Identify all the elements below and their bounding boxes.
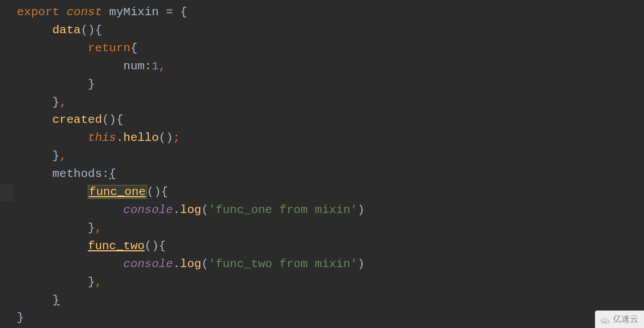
- cloud-icon: [600, 316, 611, 323]
- colon: :: [102, 167, 109, 180]
- code-line: methods:{: [17, 165, 644, 183]
- brace: {: [116, 113, 123, 126]
- brace: }: [88, 78, 95, 91]
- brace: }: [17, 311, 24, 324]
- dot: .: [173, 258, 180, 271]
- code-line: console.log('func_two from mixin'): [17, 255, 644, 273]
- indent: [17, 131, 88, 144]
- string-literal: 'func_two from mixin': [208, 258, 357, 271]
- parens: (): [102, 113, 116, 126]
- indent: [17, 185, 88, 198]
- method-name: created: [52, 113, 102, 126]
- comma: ,: [159, 60, 166, 73]
- code-line: console.log('func_one from mixin'): [17, 201, 644, 219]
- code-line: func_two(){: [17, 237, 644, 255]
- semicolon: ;: [173, 131, 180, 144]
- string-literal: 'func_one from mixin': [208, 203, 357, 216]
- comma: ,: [95, 221, 102, 234]
- indent: [17, 240, 88, 252]
- svg-point-0: [603, 321, 604, 322]
- code-line: },: [17, 94, 644, 112]
- brace: {: [180, 6, 187, 19]
- code-line: },: [17, 147, 644, 165]
- method-call: log: [180, 203, 202, 216]
- code-line: this.hello();: [17, 129, 644, 147]
- brace: }: [52, 96, 60, 109]
- code-line: }: [17, 76, 644, 94]
- watermark-badge: 亿速云: [595, 311, 644, 328]
- indent: [17, 203, 123, 216]
- brace: {: [95, 24, 102, 37]
- brace: }: [52, 149, 60, 162]
- indent: [17, 258, 123, 271]
- keyword-this: this: [88, 131, 116, 144]
- paren-close: ): [357, 203, 365, 216]
- brace: {: [161, 185, 168, 198]
- identifier: myMixin: [109, 6, 159, 19]
- indent: [17, 78, 88, 91]
- code-editor[interactable]: export const myMixin = { data(){ return{…: [0, 0, 644, 327]
- keyword-const: const: [66, 6, 102, 19]
- brace: }: [88, 276, 95, 289]
- paren-close: ): [357, 258, 365, 271]
- brace: {: [109, 167, 117, 180]
- code-line: return{: [17, 39, 644, 57]
- parens: (): [159, 131, 173, 144]
- indent: [17, 60, 123, 73]
- keyword-return: return: [88, 42, 131, 55]
- paren-open: (: [202, 258, 209, 271]
- code-line: data(){: [17, 21, 644, 39]
- indent: [17, 24, 52, 37]
- comma: ,: [60, 149, 67, 162]
- code-line: func_one(){: [17, 183, 644, 201]
- indent: [17, 149, 52, 162]
- method-name: data: [52, 24, 80, 37]
- console-object: console: [123, 258, 173, 271]
- dot: .: [173, 203, 180, 216]
- watermark-text: 亿速云: [613, 313, 638, 326]
- paren-open: (: [202, 203, 209, 216]
- indent: [17, 276, 88, 289]
- colon: :: [145, 60, 152, 73]
- property-key: num: [123, 60, 145, 73]
- code-line: created(){: [17, 111, 644, 129]
- indent: [17, 96, 52, 109]
- code-line: }: [17, 309, 644, 327]
- indent: [17, 221, 88, 234]
- indent: [17, 42, 88, 55]
- method-name: func_two: [88, 240, 145, 252]
- parens: (): [147, 185, 161, 198]
- indent: [17, 113, 52, 126]
- code-line: export const myMixin = {: [17, 3, 644, 21]
- dot: .: [116, 131, 123, 144]
- comma: ,: [95, 276, 102, 289]
- code-line: }: [17, 291, 644, 309]
- brace: {: [159, 240, 166, 252]
- parens: (): [80, 24, 95, 37]
- method-name: func_one: [89, 185, 146, 198]
- svg-point-1: [605, 321, 606, 322]
- indent: [17, 167, 52, 180]
- number-literal: 1: [151, 60, 159, 73]
- property-key: methods: [52, 167, 102, 180]
- console-object: console: [123, 203, 173, 216]
- code-line: },: [17, 219, 644, 237]
- brace: }: [52, 294, 60, 307]
- keyword-export: export: [17, 6, 60, 19]
- method-call: hello: [123, 131, 159, 144]
- method-call: log: [180, 258, 202, 271]
- comma: ,: [60, 96, 67, 109]
- brace: {: [131, 42, 138, 55]
- cursor-highlight: func_one: [88, 185, 147, 199]
- brace: }: [88, 221, 95, 234]
- code-line: },: [17, 273, 644, 291]
- code-line: num:1,: [17, 57, 644, 76]
- operator: =: [159, 6, 180, 19]
- indent: [17, 294, 52, 307]
- parens: (): [145, 240, 159, 252]
